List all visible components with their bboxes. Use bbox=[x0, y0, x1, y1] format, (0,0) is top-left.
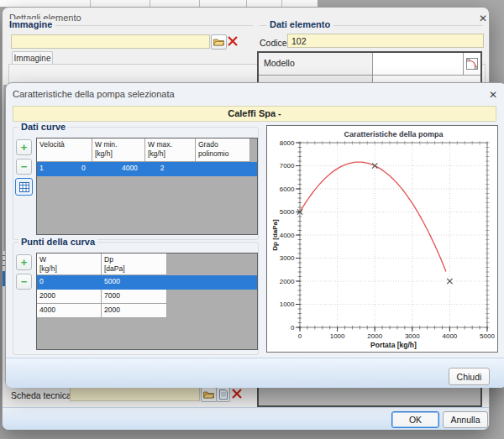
pump-chart-panel: 0100020003000400050000100020003000400050… bbox=[266, 125, 498, 353]
immagine-clear-button[interactable] bbox=[226, 34, 239, 47]
cell-w-max: 4000 bbox=[119, 162, 158, 176]
column-header[interactable]: W min. [kg/h] bbox=[92, 138, 145, 162]
cell-w: 0 bbox=[37, 275, 102, 290]
x-tick-label: 5000 bbox=[480, 332, 495, 340]
scheda-clear-button[interactable] bbox=[230, 387, 243, 400]
punti-header-row: W [kg/h] Dp [daPa] bbox=[37, 253, 257, 275]
y-tick-label: 6000 bbox=[280, 186, 295, 193]
dati-curve-table: Velocità W min. [kg/h] W max. [kg/h] Gra… bbox=[36, 138, 258, 235]
pump-curve-chart: 0100020003000400050000100020003000400050… bbox=[267, 126, 497, 352]
tab-immagine[interactable]: Immagine bbox=[12, 51, 53, 65]
chiudi-button[interactable]: Chiudi bbox=[449, 368, 490, 385]
x-tick-label: 2000 bbox=[367, 332, 382, 340]
remove-curve-button[interactable]: − bbox=[16, 159, 32, 175]
remove-point-button[interactable]: − bbox=[16, 274, 32, 290]
immagine-path-field[interactable] bbox=[11, 34, 210, 49]
delete-x-icon bbox=[228, 36, 238, 46]
folder-icon bbox=[203, 390, 214, 399]
pump-dialog: Caratteristiche della pompa selezionata … bbox=[5, 82, 504, 388]
cell-w: 4000 bbox=[37, 304, 102, 318]
codice-label: Codice: bbox=[260, 38, 290, 48]
cell-velocita: 1 bbox=[37, 162, 79, 176]
background-table-strip bbox=[0, 0, 318, 7]
y-tick-label: 7000 bbox=[280, 162, 295, 170]
modello-value-cell[interactable] bbox=[373, 53, 465, 75]
minus-icon: − bbox=[21, 276, 28, 287]
document-icon bbox=[219, 389, 228, 400]
dati-curve-group-label: Dati curve bbox=[18, 122, 68, 132]
punti-curva-group-label: Punti della curva bbox=[18, 237, 97, 247]
dati-curve-header-row: Velocità W min. [kg/h] W max. [kg/h] Gra… bbox=[37, 138, 257, 162]
punti-row[interactable]: 2000 7000 bbox=[37, 290, 257, 304]
background-table-gridline bbox=[281, 0, 282, 7]
column-header[interactable]: W max. [kg/h] bbox=[145, 138, 196, 162]
plus-icon: + bbox=[21, 257, 28, 268]
y-tick-label: 8000 bbox=[280, 139, 295, 147]
cell-w-min: 0 bbox=[79, 162, 119, 176]
background-table-gridline bbox=[246, 0, 247, 7]
x-tick-label: 4000 bbox=[443, 332, 458, 340]
pump-dialog-title: Caratteristiche della pompa selezionata bbox=[13, 89, 175, 99]
punti-row-selected[interactable]: 0 5000 bbox=[37, 275, 257, 290]
details-footer: OK Annulla bbox=[3, 407, 489, 430]
column-header[interactable]: Dp [daPa] bbox=[102, 253, 167, 275]
y-tick-label: 0 bbox=[291, 324, 295, 332]
background-table-gridline bbox=[199, 0, 200, 7]
pump-footer: Chiudi bbox=[6, 358, 504, 388]
modello-curve-button[interactable] bbox=[464, 53, 480, 75]
delete-x-icon bbox=[232, 389, 242, 399]
y-tick-label: 2000 bbox=[280, 278, 295, 285]
pump-curve bbox=[300, 162, 446, 272]
chart-xlabel: Portata [kg/h] bbox=[370, 341, 417, 349]
y-tick-label: 3000 bbox=[280, 254, 295, 262]
scheda-tecnica-label: Scheda tecnica: bbox=[11, 390, 74, 400]
column-header[interactable]: Velocità bbox=[37, 138, 92, 162]
y-tick-label: 4000 bbox=[280, 232, 295, 239]
background-table-gridline bbox=[150, 0, 150, 7]
pump-close-button[interactable]: ✕ bbox=[485, 87, 501, 102]
add-curve-button[interactable]: + bbox=[16, 139, 32, 155]
immagine-browse-button[interactable] bbox=[211, 34, 227, 50]
x-tick-label: 3000 bbox=[405, 332, 420, 340]
annulla-button[interactable]: Annulla bbox=[443, 411, 488, 428]
cell-dp: 7000 bbox=[102, 290, 167, 304]
chart-title: Caratteristiche della pompa bbox=[344, 130, 444, 138]
cell-dp: 2000 bbox=[102, 304, 167, 318]
plus-icon: + bbox=[21, 142, 28, 153]
pump-curve-icon bbox=[466, 58, 478, 70]
y-tick-label: 1000 bbox=[280, 301, 295, 308]
x-tick-label: 1000 bbox=[330, 332, 345, 340]
chart-ylabel: Dp [daPa] bbox=[271, 219, 279, 251]
y-tick-label: 5000 bbox=[280, 208, 295, 216]
screen: Dettagli elemento ✕ Immagine Immagine bbox=[0, 0, 504, 439]
table-row-modello[interactable]: Modello bbox=[259, 53, 480, 76]
column-header[interactable]: Grado polinomio bbox=[196, 138, 250, 162]
background-table-gridline bbox=[90, 0, 91, 7]
immagine-group-label: Immagine bbox=[9, 19, 55, 29]
cell-grado-polinomio: 2 bbox=[158, 162, 257, 176]
dati-elemento-group-label: Dati elemento bbox=[266, 19, 333, 29]
punti-row[interactable]: 4000 2000 bbox=[37, 304, 257, 318]
x-tick-label: 0 bbox=[298, 332, 302, 340]
add-point-button[interactable]: + bbox=[16, 254, 32, 270]
scheda-open-document-button[interactable] bbox=[216, 387, 230, 402]
scheda-browse-button[interactable] bbox=[201, 387, 217, 402]
column-header[interactable]: W [kg/h] bbox=[37, 253, 102, 275]
folder-icon bbox=[213, 38, 224, 46]
compute-curve-button[interactable] bbox=[15, 178, 33, 196]
dati-curve-selected-row[interactable]: 1 0 4000 2 bbox=[37, 162, 257, 176]
cell-w: 2000 bbox=[37, 290, 102, 304]
ok-button[interactable]: OK bbox=[391, 411, 439, 428]
modello-label: Modello bbox=[259, 53, 373, 75]
punti-curva-table: W [kg/h] Dp [daPa] 0 5000 2000 7000 4000… bbox=[36, 253, 258, 350]
scheda-tecnica-field[interactable] bbox=[70, 387, 200, 401]
cell-dp: 5000 bbox=[102, 275, 167, 290]
close-icon: ✕ bbox=[479, 13, 487, 24]
minus-icon: − bbox=[21, 161, 28, 172]
codice-field[interactable]: 102 bbox=[287, 34, 484, 48]
details-close-button[interactable]: ✕ bbox=[475, 11, 491, 26]
manufacturer-banner: Caleffi Spa - bbox=[13, 106, 496, 122]
close-icon: ✕ bbox=[489, 89, 497, 101]
calculator-icon bbox=[19, 182, 29, 192]
